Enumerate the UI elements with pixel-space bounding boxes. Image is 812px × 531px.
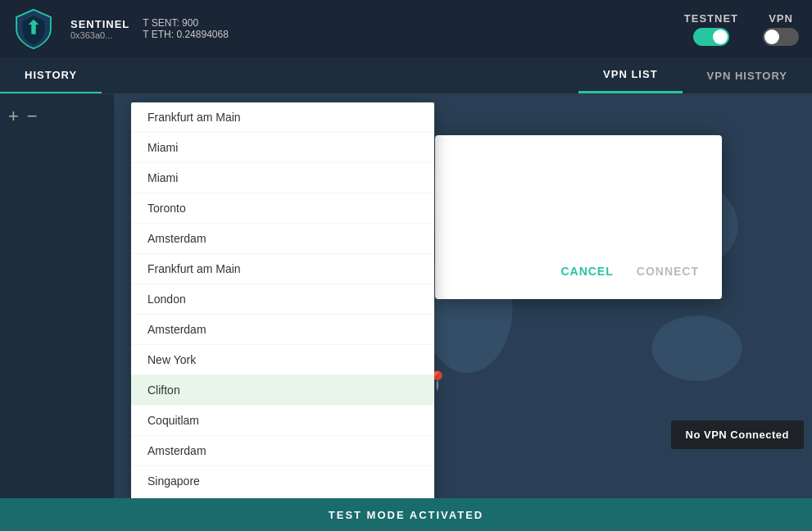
eth-value: 0.24894068 <box>176 29 228 40</box>
navbar: HISTORY VPN LIST VPN HISTORY <box>0 57 812 94</box>
dropdown-item[interactable]: Miami <box>131 133 434 163</box>
dropdown-item[interactable]: Frankfurt am Main <box>131 254 434 284</box>
dropdown-item[interactable]: Moscow (Tsentralnyy administrativnyy okr… <box>131 497 434 498</box>
dropdown-item[interactable]: London <box>131 284 434 315</box>
header-stats: SENTINEL 0x363a0... <box>70 18 129 40</box>
connect-dialog: CANCEL CONNECT <box>435 135 722 299</box>
dropdown-item[interactable]: Amsterdam <box>131 315 434 345</box>
footer-text: TEST MODE ACTIVATED <box>329 509 483 521</box>
testnet-label: TESTNET <box>684 12 738 25</box>
dropdown-item[interactable]: Miami <box>131 163 434 193</box>
logo-text: SENTINEL <box>70 18 129 30</box>
dialog-actions: CANCEL CONNECT <box>455 260 702 283</box>
dropdown-item[interactable]: Singapore <box>131 466 434 497</box>
tab-vpn-history[interactable]: VPN HISTORY <box>683 57 812 93</box>
nav-history[interactable]: HISTORY <box>0 57 102 93</box>
dropdown-scroll[interactable]: Frankfurt am MainMiamiMiamiTorontoAmster… <box>131 102 434 498</box>
cancel-button[interactable]: CANCEL <box>557 260 616 283</box>
vpn-toggle-knob <box>764 30 779 44</box>
dropdown-item[interactable]: Coquitlam <box>131 406 434 436</box>
logo-area: SENTINEL 0x363a0... <box>13 8 129 49</box>
vpn-label: VPN <box>769 12 793 25</box>
sent-stats: T SENT: 900 T ETH: 0.24894068 <box>143 17 229 40</box>
vpn-toggle-group: VPN <box>763 12 799 46</box>
eth-stat: T ETH: 0.24894068 <box>143 29 229 40</box>
sent-value: 900 <box>182 17 198 29</box>
dropdown-item[interactable]: Toronto <box>131 193 434 224</box>
logo-shield-icon <box>13 8 54 49</box>
remove-button[interactable]: − <box>27 107 38 125</box>
city-dropdown[interactable]: Frankfurt am MainMiamiMiamiTorontoAmster… <box>131 102 434 498</box>
add-button[interactable]: + <box>8 107 19 125</box>
nav-right-tabs: VPN LIST VPN HISTORY <box>578 57 812 93</box>
dropdown-item[interactable]: Frankfurt am Main <box>131 102 434 133</box>
dropdown-item[interactable]: Amsterdam <box>131 436 434 466</box>
connect-button[interactable]: CONNECT <box>633 260 702 283</box>
eth-label: T ETH: <box>143 29 174 40</box>
dropdown-item[interactable]: Amsterdam <box>131 224 434 254</box>
dropdown-item[interactable]: Clifton <box>131 375 434 406</box>
header: SENTINEL 0x363a0... T SENT: 900 T ETH: 0… <box>0 0 812 57</box>
testnet-toggle-knob <box>713 30 728 44</box>
sent-stat: T SENT: 900 <box>143 17 229 29</box>
testnet-toggle[interactable] <box>693 28 729 46</box>
dropdown-item[interactable]: New York <box>131 345 434 375</box>
logo-sub: 0x363a0... <box>70 30 129 40</box>
no-vpn-badge: No VPN Connected <box>671 420 804 449</box>
main-area: + − 📍 No VPN Connected <box>0 94 812 498</box>
svg-point-8 <box>652 315 742 381</box>
panel-actions: + − <box>8 107 106 125</box>
left-panel: + − <box>0 94 115 498</box>
header-right: TESTNET VPN <box>684 12 799 46</box>
vpn-toggle[interactable] <box>763 28 799 46</box>
testnet-toggle-group: TESTNET <box>684 12 738 46</box>
sent-label: T SENT: <box>143 17 179 29</box>
tab-vpn-list[interactable]: VPN LIST <box>578 57 683 93</box>
footer: TEST MODE ACTIVATED <box>0 498 812 531</box>
